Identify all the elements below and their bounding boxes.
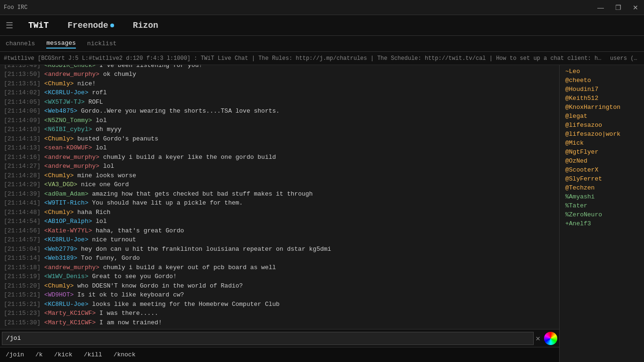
msg-nick[interactable]: <VA3_DGD>	[44, 181, 77, 188]
autocomplete-command[interactable]: /kill	[84, 351, 102, 358]
msg-nick[interactable]: <Chumly>	[44, 80, 74, 87]
msg-nick[interactable]: <Chumly>	[44, 282, 74, 289]
msg-nick[interactable]: <N5ZNO_Tommy>	[44, 117, 92, 124]
msg-nick[interactable]: <Chumly>	[44, 209, 74, 216]
msg-nick[interactable]: <Marty_KC1CWF>	[44, 319, 96, 326]
topic-text: #twitlive [BCGSnrt J:5 L:#twitlive2 d:12…	[4, 55, 603, 62]
autocomplete-command[interactable]: /join	[6, 351, 24, 358]
msg-text: lol	[99, 163, 114, 170]
message-line: [21:15:20] <Chumly> who DOESN'T know Gor…	[4, 281, 555, 291]
msg-nick[interactable]: <Web3189>	[44, 255, 77, 262]
user-list-item[interactable]: @NgtFlyer	[560, 148, 644, 156]
autocomplete-command[interactable]: /kick	[54, 351, 73, 358]
msg-nick[interactable]: <Marty_KC1CWF>	[44, 310, 96, 317]
app-title: Foo IRC	[4, 4, 27, 11]
msg-text: I've been listening for you!	[96, 65, 202, 69]
user-list-item[interactable]: @cheeto	[560, 76, 644, 85]
message-line: [21:14:09] <N5ZNO_Tommy> lol	[4, 116, 555, 125]
msg-nick[interactable]: <W9TIT-Rich>	[44, 199, 89, 206]
messages-list: [21:13:40] <VE3MIC_Mike> those are dead …	[0, 65, 559, 329]
user-list-item[interactable]: @ScooterX	[560, 165, 644, 174]
msg-nick[interactable]: <KC8RLU-Joe>	[44, 301, 89, 308]
message-line: [21:13:49] <KG5DIR_Chuck> I've been list…	[4, 65, 555, 70]
msg-text: I was there.....	[96, 310, 158, 317]
msg-nick[interactable]: <Chumly>	[44, 172, 74, 179]
color-picker-button[interactable]	[544, 332, 557, 345]
minimize-button[interactable]: —	[595, 3, 606, 12]
message-line: [21:14:16] <andrew_murphy> chumly i buil…	[4, 153, 555, 162]
user-list-item[interactable]: @lifesazoo	[560, 121, 644, 130]
msg-time: [21:14:16]	[4, 154, 41, 161]
msg-nick[interactable]: <W1WV_Denis>	[44, 273, 89, 280]
msg-time: [21:14:05]	[4, 99, 41, 106]
msg-nick[interactable]: <KC8RLU-Joe>	[44, 236, 89, 243]
msg-nick[interactable]: <WX5TJW-TJ>	[44, 99, 85, 106]
msg-text: You should have lit up a pickle for them…	[88, 199, 243, 206]
close-button[interactable]: ✕	[631, 3, 640, 12]
msg-nick[interactable]: <sean-KD0WUF>	[44, 144, 92, 151]
server-tab-freenode[interactable]: Freenode	[64, 19, 117, 32]
msg-text: hey don can u hit the franklinton louisi…	[77, 246, 331, 253]
msg-time: [21:14:06]	[4, 107, 41, 115]
menu-icon[interactable]: ☰	[6, 20, 13, 31]
msg-nick[interactable]: <andrew_murphy>	[44, 264, 99, 271]
user-list-item[interactable]: %Tater	[560, 201, 644, 210]
msg-nick[interactable]: <Web2779>	[44, 246, 77, 253]
msg-time: [21:14:57]	[4, 236, 41, 243]
msg-text: nice!	[74, 80, 96, 87]
msg-nick[interactable]: <KG5DIR_Chuck>	[44, 65, 96, 69]
message-line: [21:15:21] <WD9HOT> Is it ok to like key…	[4, 290, 555, 300]
message-line: [21:14:05] <WX5TJW-TJ> ROFL	[4, 98, 555, 107]
user-list-item[interactable]: @Houdini7	[560, 85, 644, 94]
msg-text: Gordo..Were you wearing the shorts....TS…	[77, 107, 280, 115]
msg-nick[interactable]: <AB1OP_Ralph>	[44, 218, 92, 225]
user-list-item[interactable]: +Anelf3	[560, 219, 644, 228]
user-list-item[interactable]: @legat	[560, 112, 644, 121]
msg-text: lol	[92, 117, 107, 124]
user-list-item[interactable]: @Mick	[560, 139, 644, 148]
message-line: [21:13:51] <Chumly> nice!	[4, 79, 555, 89]
msg-text: ok chumly	[99, 71, 136, 78]
msg-nick[interactable]: <Chumly>	[44, 135, 74, 142]
server-tab-rizon[interactable]: Rizon	[129, 19, 162, 32]
user-list-item[interactable]: @OzNed	[560, 156, 644, 165]
online-dot	[110, 24, 114, 27]
msg-time: [21:14:41]	[4, 199, 41, 206]
msg-nick[interactable]: <andrew_murphy>	[44, 163, 99, 170]
user-list-item[interactable]: ~Leo	[560, 67, 644, 76]
navbar: ☰ TWiT Freenode Rizon	[0, 15, 644, 36]
msg-time: [21:15:21]	[4, 291, 41, 298]
message-line: [21:14:06] <Web4875> Gordo..Were you wea…	[4, 107, 555, 116]
user-list-item[interactable]: @KnoxHarrington	[560, 103, 644, 112]
msg-nick[interactable]: <N6IBI_cybyl>	[44, 126, 92, 133]
msg-time: [21:15:14]	[4, 255, 41, 262]
msg-text: haha, that's great Gordo	[92, 227, 184, 234]
user-list-item[interactable]: %Amyashi	[560, 192, 644, 201]
message-line: [21:15:04] <Web2779> hey don can u hit t…	[4, 245, 555, 254]
msg-nick[interactable]: <WD9HOT>	[44, 291, 74, 298]
chat-input[interactable]	[2, 332, 534, 345]
autocomplete-command[interactable]: /k	[35, 351, 43, 358]
user-list-item[interactable]: @Techzen	[560, 183, 644, 192]
message-line: [21:15:18] <andrew_murphy> chumly i buil…	[4, 263, 555, 272]
msg-nick[interactable]: <Katie-WY7YL>	[44, 227, 92, 234]
subnav-messages[interactable]: messages	[46, 39, 75, 49]
message-line: [21:14:56] <Katie-WY7YL> haha, that's gr…	[4, 226, 555, 236]
autocomplete-command[interactable]: /knock	[114, 351, 136, 358]
server-tab-twit[interactable]: TWiT	[25, 19, 52, 32]
user-list-item[interactable]: %ZeroNeuro	[560, 210, 644, 219]
subnav-nicklist[interactable]: nicklist	[87, 39, 116, 48]
msg-text: nice one Gord	[77, 181, 129, 188]
clear-input-button[interactable]: ✕	[536, 334, 540, 343]
subnav-channels[interactable]: channels	[6, 39, 35, 48]
user-list-item[interactable]: @SlyFerret	[560, 174, 644, 183]
msg-nick[interactable]: <KC8RLU-Joe>	[44, 89, 89, 96]
msg-nick[interactable]: <ad0am_Adam>	[44, 190, 89, 197]
msg-nick[interactable]: <andrew_murphy>	[44, 154, 99, 161]
user-list-item[interactable]: @Keith512	[560, 94, 644, 103]
user-list-item[interactable]: @lifesazoo|work	[560, 130, 644, 139]
maximize-button[interactable]: ❐	[613, 3, 623, 12]
msg-nick[interactable]: <andrew_murphy>	[44, 71, 99, 78]
msg-nick[interactable]: <Web4875>	[44, 107, 77, 115]
message-line: [21:14:13] <sean-KD0WUF> lol	[4, 143, 555, 153]
